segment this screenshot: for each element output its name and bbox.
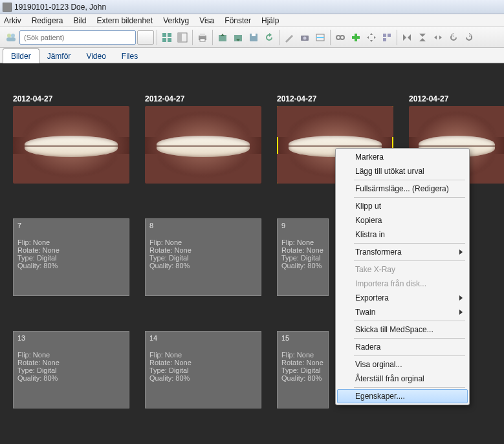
ctx-sep <box>354 243 465 244</box>
meta-card[interactable]: 9 Flip: None Rotate: None Type: Digital … <box>277 218 329 296</box>
meta-flip: Flip: None <box>149 238 257 246</box>
meta-quality: Quality: 80% <box>281 374 324 382</box>
ctx-importera: Importera från disk... <box>337 277 468 291</box>
align-icon[interactable] <box>380 30 394 45</box>
context-menu: Markera Lägg till utökat urval Fullsärms… <box>335 148 470 405</box>
scan-icon[interactable] <box>313 30 327 45</box>
tab-jamfor[interactable]: Jämför <box>39 49 79 63</box>
print-icon[interactable] <box>195 30 210 45</box>
export-icon[interactable] <box>231 30 245 45</box>
ctx-markera[interactable]: Markera <box>337 150 468 164</box>
svg-point-17 <box>303 36 307 39</box>
thumb-date: 2012-04-27 <box>409 94 504 103</box>
menu-redigera[interactable]: Redigera <box>32 16 63 25</box>
ctx-sep <box>354 355 465 356</box>
users-icon[interactable] <box>4 30 18 45</box>
flip-h-icon[interactable] <box>400 30 414 45</box>
titlebar: 19190101-0123 Doe, John <box>0 0 504 14</box>
link-icon[interactable] <box>333 30 347 45</box>
menu-visa[interactable]: Visa <box>199 16 214 25</box>
move-icon[interactable] <box>364 30 378 45</box>
ctx-aterstall[interactable]: Återställ från orginal <box>337 372 468 386</box>
add-icon[interactable] <box>349 30 363 45</box>
thumb-date: 2012-04-27 <box>277 94 393 103</box>
meta-type: Type: Digital <box>281 366 324 374</box>
meta-num: 8 <box>149 222 257 229</box>
rotate-l-icon[interactable] <box>446 30 461 45</box>
meta-card[interactable]: 14 Flip: None Rotate: None Type: Digital… <box>145 331 261 408</box>
thumbnail[interactable]: 2012-04-27 <box>13 94 129 184</box>
search-dropdown[interactable] <box>137 30 154 45</box>
thumbnail[interactable]: 2012-04-27 <box>145 94 261 184</box>
flip-v-icon[interactable] <box>415 30 430 45</box>
menu-fonster[interactable]: Fönster <box>225 16 251 25</box>
wand-icon[interactable] <box>282 30 296 45</box>
meta-quality: Quality: 80% <box>281 262 324 270</box>
rotate-r-icon[interactable] <box>462 30 476 45</box>
ctx-klipp-ut[interactable]: Klipp ut <box>337 199 468 213</box>
meta-flip: Flip: None <box>281 238 324 246</box>
thumb-image[interactable] <box>13 106 129 184</box>
ctx-exportera[interactable]: Exportera <box>337 291 468 305</box>
ctx-take-xray: Take X-Ray <box>337 262 468 277</box>
thumb-date: 2012-04-27 <box>13 94 129 103</box>
resize-icon[interactable] <box>431 30 445 45</box>
meta-quality: Quality: 80% <box>149 262 257 270</box>
ctx-kopiera[interactable]: Kopiera <box>337 213 468 227</box>
content-area: 2012-04-27 2012-04-27 2012-04-27 2012-04… <box>0 63 504 444</box>
import-icon[interactable] <box>215 30 230 45</box>
tab-files[interactable]: Files <box>114 49 146 63</box>
ctx-sep <box>354 338 465 339</box>
menu-arkiv[interactable]: Arkiv <box>4 16 21 25</box>
ctx-skicka[interactable]: Skicka till MedSpace... <box>337 322 468 337</box>
meta-card[interactable]: 7 Flip: None Rotate: None Type: Digital … <box>13 218 129 296</box>
svg-rect-25 <box>388 34 391 37</box>
ctx-twain[interactable]: Twain <box>337 305 468 319</box>
ctx-visa-orginal[interactable]: Visa orginal... <box>337 357 468 372</box>
ctx-sep <box>354 321 465 321</box>
svg-rect-15 <box>252 34 256 36</box>
ctx-sep <box>354 387 465 388</box>
svg-rect-24 <box>383 34 386 37</box>
meta-rotate: Rotate: None <box>149 359 257 366</box>
svg-rect-26 <box>383 38 386 41</box>
svg-rect-6 <box>168 38 171 42</box>
meta-flip: Flip: None <box>17 351 125 359</box>
meta-card[interactable]: 15 Flip: None Rotate: None Type: Digital… <box>277 331 329 408</box>
meta-rotate: Rotate: None <box>149 246 257 254</box>
menu-extern[interactable]: Extern bildenhet <box>96 16 153 25</box>
camera-icon[interactable] <box>298 30 312 45</box>
meta-type: Type: Digital <box>17 366 125 374</box>
menu-verktyg[interactable]: Verktyg <box>163 16 189 25</box>
ctx-egenskaper[interactable]: Egenskaper.... <box>337 389 468 403</box>
tab-bilder[interactable]: Bilder <box>3 48 39 63</box>
toolbar-sep <box>330 30 331 45</box>
thumb-image[interactable] <box>145 106 261 184</box>
toolbar-sep <box>397 30 397 45</box>
ctx-klistra-in[interactable]: Klistra in <box>337 227 468 242</box>
ctx-radera[interactable]: Radera <box>337 340 468 354</box>
layout-icon[interactable] <box>175 30 190 45</box>
refresh-icon[interactable] <box>262 30 276 45</box>
svg-rect-10 <box>200 34 205 36</box>
menu-bild[interactable]: Bild <box>73 16 86 25</box>
ctx-transformera[interactable]: Transformera <box>337 245 468 259</box>
tabbar: Bilder Jämför Video Files <box>0 48 504 63</box>
ctx-fullsarmslage[interactable]: Fullsärmsläge... (Redigera) <box>337 182 468 196</box>
meta-flip: Flip: None <box>281 351 324 359</box>
menu-hjalp[interactable]: Hjälp <box>261 16 279 25</box>
toolbar <box>0 27 504 48</box>
meta-card[interactable]: 8 Flip: None Rotate: None Type: Digital … <box>145 218 261 296</box>
search-input[interactable] <box>19 30 136 45</box>
grid-icon[interactable] <box>160 30 174 45</box>
toolbar-sep <box>212 30 213 45</box>
svg-point-1 <box>11 34 15 37</box>
tab-video[interactable]: Video <box>78 49 113 63</box>
chevron-right-icon <box>459 310 463 315</box>
meta-card[interactable]: 13 Flip: None Rotate: None Type: Digital… <box>13 331 129 408</box>
ctx-label: Transformera <box>355 248 402 257</box>
meta-rotate: Rotate: None <box>17 246 125 254</box>
disk-icon[interactable] <box>247 30 261 45</box>
ctx-label: Twain <box>355 308 375 317</box>
ctx-lagg-till[interactable]: Lägg till utökat urval <box>337 164 468 178</box>
